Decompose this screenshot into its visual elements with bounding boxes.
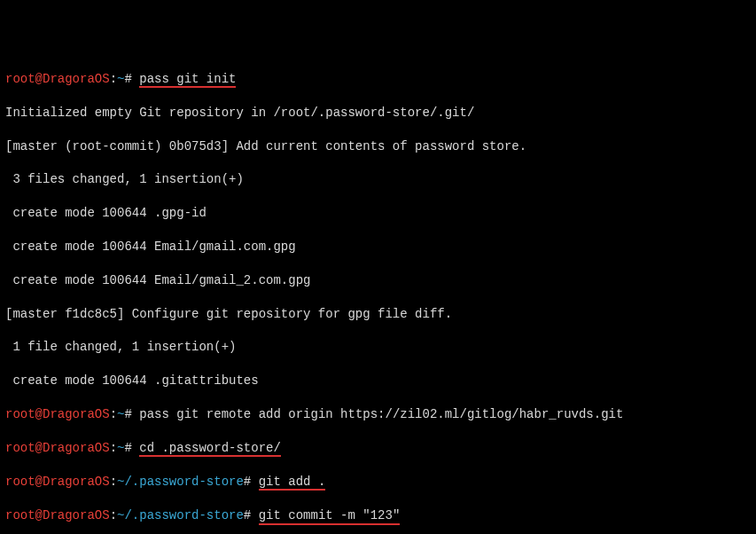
terminal-line: root@DragoraOS:~# pass git remote add or… [5, 406, 751, 423]
terminal-line: root@DragoraOS:~/.password-store# git ad… [5, 474, 751, 491]
command-text: cd .password-store/ [139, 442, 281, 457]
command-text: pass git init [139, 73, 236, 88]
terminal-line: root@DragoraOS:~# pass git init [5, 71, 751, 88]
terminal-output: 1 file changed, 1 insertion(+) [5, 339, 751, 356]
prompt-user: root@DragoraOS [5, 72, 110, 86]
terminal-output: 3 files changed, 1 insertion(+) [5, 171, 751, 188]
terminal-output: create mode 100644 .gitattributes [5, 373, 751, 389]
terminal-output: Initialized empty Git repository in /roo… [5, 105, 751, 122]
terminal-output: create mode 100644 .gpg-id [5, 205, 751, 222]
command-text: git commit -m "123" [259, 509, 401, 524]
terminal-output: create mode 100644 Email/gmail.com.gpg [5, 239, 751, 255]
terminal-output: [master f1dc8c5] Configure git repositor… [5, 306, 751, 323]
terminal-line: root@DragoraOS:~# cd .password-store/ [5, 440, 751, 457]
command-text: git add . [259, 475, 326, 491]
terminal-line: root@DragoraOS:~/.password-store# git co… [5, 507, 751, 524]
terminal-output: [master (root-commit) 0b075d3] Add curre… [5, 138, 751, 155]
command-text: pass git remote add origin https://zil02… [139, 407, 623, 421]
terminal-output: create mode 100644 Email/gmail_2.com.gpg [5, 272, 751, 289]
